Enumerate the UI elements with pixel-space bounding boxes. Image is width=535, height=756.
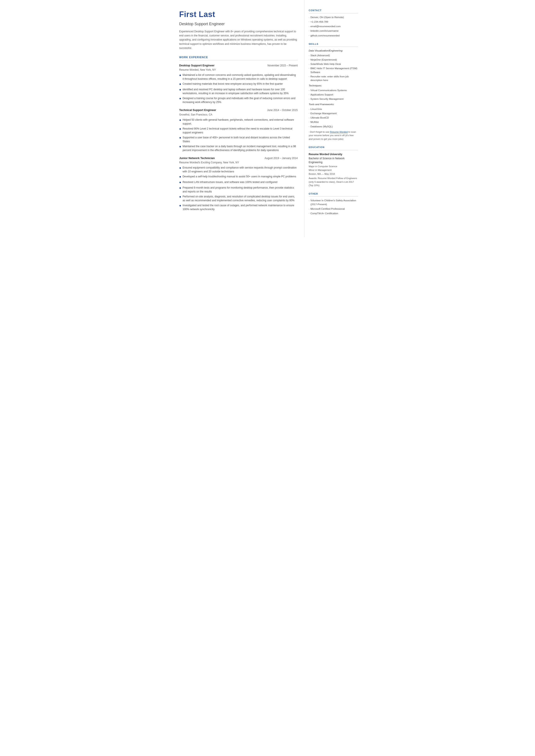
bullet-dot: ● [179,73,182,78]
skill-2-1: ·Exchange Management [309,112,358,115]
job-header-1: Desktop Support Engineer November 2015 –… [179,63,298,68]
bullet-1-3: ●identified and resolved PC desktop and … [179,88,298,95]
bullet-dot: ● [179,204,182,208]
job-header-3: Junior Network Technician August 2019 – … [179,156,298,160]
bullet-dot: ● [179,136,182,140]
edu-awards: Awards: Resume Worded Fellow of Engineer… [309,177,358,187]
bullet-3-4: ●Prepared 6-month tests and programs for… [179,186,298,193]
other-section: OTHER ·Volunteer in Children's Safety As… [309,192,358,215]
skills-heading: SKILLS [309,42,358,47]
edu-location-date: Boston, MA — May 2018 [309,172,358,176]
edu-major: Major in Computer Science [309,165,358,168]
full-name: First Last [179,9,298,20]
other-0: ·Volunteer in Children's Safety Associat… [309,199,358,206]
bullet-1-4: ●Designed a training course for groups a… [179,96,298,104]
job-dates-2: June 2014 – October 2015 [267,108,297,112]
job-title-2: Technical Support Engineer [179,108,216,112]
job-title-3: Junior Network Technician [179,156,215,160]
skill-0-0: ·Slack (Advanced) [309,54,358,57]
bullet-dot: ● [179,96,182,101]
bullet-dot: ● [179,180,182,185]
skill-1-2: ·System Security Management [309,97,358,101]
contact-heading: CONTACT [309,9,358,14]
job-dates-3: August 2019 – January 2014 [265,156,297,160]
job-title-1: Desktop Support Engineer [179,63,214,68]
skill-2-2: ·Ultimate BootCD [309,116,358,120]
resume-worded-link[interactable]: Resume Worded [330,130,348,133]
job-title: Desktop Support Engineer [179,21,298,27]
bullet-dot: ● [179,186,182,190]
job-block-1: Desktop Support Engineer November 2015 –… [179,63,298,104]
skill-0-1: ·NinjaOne (Experienced) [309,58,358,62]
edu-degree: Bachelor of Science in Network Engineeri… [309,156,358,164]
education-heading: EDUCATION [309,146,358,150]
contact-location: · Denver, OH (Open to Remote) [309,15,358,19]
bullet-dot: ● [179,166,182,170]
bullet-2-1: ●Helped 50 clients with general hardware… [179,118,298,126]
bullet-dot: ● [179,88,182,92]
bullet-3-5: ●Performed on-site analysis, diagnosis, … [179,195,298,202]
job-company-1: Resume Worded, New York, NY [179,68,298,72]
skills-category-2: Tools and Frameworks: [309,102,358,106]
right-column: CONTACT · Denver, OH (Open to Remote) · … [304,0,365,237]
job-dates-1: November 2015 – Present [268,64,297,68]
job-bullets-2: ●Helped 50 clients with general hardware… [179,118,298,152]
summary-text: Experienced Desktop Support Engineer wit… [179,30,298,50]
skill-2-4: ·Databases (MySQL) [309,125,358,128]
bullet-dot: ● [179,144,182,149]
bullet-2-4: ●Maintained the case tracker on a daily … [179,144,298,152]
skills-category-1: Techniques: [309,84,358,88]
other-1: ·Microsoft Certified Professional [309,207,358,211]
other-2: ·CompTIA A+ Certification [309,211,358,215]
bullet-1-1: ●Maintained a list of common concerns an… [179,73,298,81]
skill-1-0: ·Virtual Communications Systems [309,89,358,92]
contact-linkedin: · linkedin.com/in/username [309,29,358,33]
bullet-3-2: ●Developed a self-help troubleshooting m… [179,175,298,179]
resume-page: First Last Desktop Support Engineer Expe… [171,0,365,237]
contact-section: CONTACT · Denver, OH (Open to Remote) · … [309,9,358,38]
edu-minor: Minor in Management [309,168,358,172]
skill-0-4: ·Recruiter note: enter skills from job d… [309,75,358,82]
bullet-3-6: ●Investigated and tested the root cause … [179,204,298,211]
bullet-dot: ● [179,118,182,123]
bullet-3-1: ●Ensured equipment compatibility and com… [179,166,298,174]
skills-category-0: Data Visualization/Engineering: [309,49,358,53]
contact-phone: · +1-234-456-789 [309,20,358,24]
bullet-dot: ● [179,195,182,199]
education-section: EDUCATION Resume Worded University Bache… [309,146,358,187]
skill-2-0: ·Linux/Unix [309,107,358,111]
skills-note: · Don't forget to use Resume Worded to s… [309,130,358,141]
bullet-dot: ● [179,82,182,86]
bullet-2-2: ●Resolved 90% Level 2 technical support … [179,127,298,134]
contact-github: · github.com/resumeworded [309,34,358,38]
skill-0-2: ·SolarWinds Web Help Desk [309,62,358,66]
job-block-3: Junior Network Technician August 2019 – … [179,156,298,211]
job-company-3: Resume Worded's Exciting Company, New Yo… [179,160,298,164]
job-block-2: Technical Support Engineer June 2014 – O… [179,108,298,152]
bullet-dot: ● [179,127,182,131]
job-header-2: Technical Support Engineer June 2014 – O… [179,108,298,112]
job-company-2: Growthsi, San Francisco, CA [179,113,298,117]
left-column: First Last Desktop Support Engineer Expe… [171,0,304,237]
skills-section: SKILLS Data Visualization/Engineering: ·… [309,42,358,141]
job-bullets-3: ●Ensured equipment compatibility and com… [179,166,298,211]
contact-email: · email@resumeworded.com [309,25,358,28]
edu-school: Resume Worded University [309,153,358,156]
bullet-1-2: ●Created training materials that boost n… [179,82,298,86]
work-experience-heading: WORK EXPERIENCE [179,55,298,60]
skill-2-3: ·McAfee [309,120,358,124]
job-bullets-1: ●Maintained a list of common concerns an… [179,73,298,104]
bullet-2-3: ●Supported a user base of 400+ personnel… [179,136,298,143]
other-heading: OTHER [309,192,358,197]
skill-1-1: ·Applications Support [309,93,358,97]
bullet-dot: ● [179,175,182,179]
skill-0-3: ·BMC Helix IT Service Management (ITSM) … [309,67,358,74]
bullet-3-3: ●Resolved LAN infrastructure issues, and… [179,180,298,185]
